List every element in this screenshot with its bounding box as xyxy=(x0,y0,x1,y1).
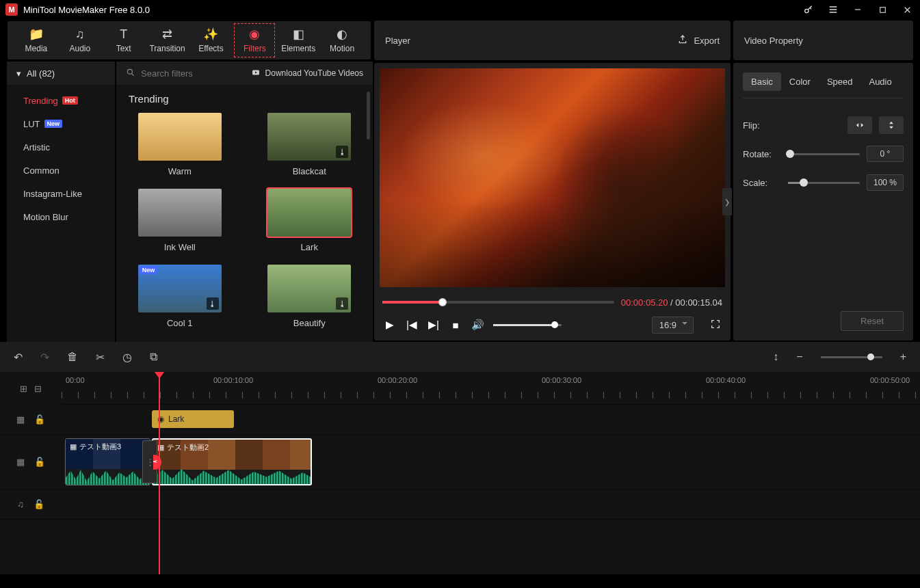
download-icon[interactable]: ⭳ xyxy=(336,146,348,158)
video-clip-1[interactable]: ▦テスト動画3 xyxy=(65,438,150,485)
split-button[interactable]: ✂ xyxy=(96,351,105,364)
scale-slider[interactable] xyxy=(788,182,860,184)
tab-motion[interactable]: ◐Motion xyxy=(320,21,364,59)
undo-button[interactable]: ↶ xyxy=(14,351,23,364)
flip-label: Flip: xyxy=(743,120,781,131)
svg-rect-1 xyxy=(880,7,885,12)
lock-icon[interactable]: 🔓 xyxy=(34,499,44,509)
key-icon[interactable] xyxy=(801,2,816,17)
filter-cool1[interactable]: New⭳Cool 1 xyxy=(129,265,231,328)
download-icon[interactable]: ⭳ xyxy=(207,297,219,310)
video-clip-2[interactable]: ✂ ▦テスト動画2 xyxy=(152,438,312,485)
filter-inkwell[interactable]: Ink Well xyxy=(129,189,231,252)
music-icon: ♫ xyxy=(75,27,85,41)
playhead[interactable] xyxy=(159,372,160,574)
tab-media[interactable]: 📁Media xyxy=(14,21,58,59)
scrollbar-thumb[interactable] xyxy=(367,92,370,139)
filter-lark[interactable]: Lark xyxy=(259,189,361,252)
video-track[interactable]: ▦テスト動画3 ⋮ ✂ ▦テスト動画2 xyxy=(62,435,920,490)
flip-horizontal-button[interactable] xyxy=(847,116,872,134)
download-icon[interactable]: ⭳ xyxy=(336,297,348,310)
hamburger-icon[interactable] xyxy=(826,2,841,17)
volume-slider[interactable] xyxy=(493,324,562,326)
effect-track[interactable]: ◉ Lark xyxy=(62,405,920,435)
fullscreen-button[interactable] xyxy=(710,319,721,332)
property-header: Video Property xyxy=(733,21,913,60)
track-head-effect[interactable]: ▦🔓 xyxy=(0,405,62,435)
category-artistic[interactable]: Artistic xyxy=(7,135,115,159)
prop-tab-color[interactable]: Color xyxy=(781,72,819,91)
volume-icon[interactable]: 🔊 xyxy=(471,319,484,331)
export-icon xyxy=(677,34,688,47)
zoom-in-button[interactable]: + xyxy=(900,351,906,363)
search-filters[interactable] xyxy=(126,68,223,79)
time-ruler[interactable]: 00:00 00:00:10:00 00:00:20:00 00:00:30:0… xyxy=(62,372,920,405)
export-button[interactable]: Export xyxy=(677,34,720,47)
add-track-button[interactable]: ⊞ xyxy=(20,384,27,394)
zoom-slider[interactable] xyxy=(821,356,882,358)
flip-vertical-button[interactable] xyxy=(879,116,904,134)
aspect-ratio-select[interactable]: 16:9 xyxy=(652,317,694,334)
category-common[interactable]: Common xyxy=(7,159,115,182)
filter-beautify[interactable]: ⭳Beautify xyxy=(259,265,361,328)
redo-button[interactable]: ↷ xyxy=(40,351,49,364)
motion-icon: ◐ xyxy=(337,27,347,41)
badge-hot: Hot xyxy=(62,96,78,105)
rotate-value[interactable]: 0 ° xyxy=(867,146,904,162)
category-trending[interactable]: TrendingHot xyxy=(7,89,115,112)
tab-elements[interactable]: ◧Elements xyxy=(276,21,320,59)
minimize-icon[interactable] xyxy=(850,2,865,17)
tab-effects[interactable]: ✨Effects xyxy=(189,21,233,59)
download-youtube-link[interactable]: Download YouTube Videos xyxy=(250,68,363,79)
prop-tab-basic[interactable]: Basic xyxy=(743,72,781,91)
prev-frame-button[interactable]: |◀ xyxy=(406,319,418,331)
filters-icon: ◉ xyxy=(249,27,260,41)
reset-button[interactable]: Reset xyxy=(841,311,904,331)
rotate-slider[interactable] xyxy=(788,153,860,155)
close-icon[interactable] xyxy=(899,2,915,17)
tab-filters[interactable]: ◉Filters xyxy=(233,21,276,59)
lock-icon[interactable]: 🔓 xyxy=(34,457,45,467)
text-icon: T xyxy=(120,27,127,41)
next-frame-button[interactable]: ▶| xyxy=(428,319,440,331)
category-lut[interactable]: LUTNew xyxy=(7,112,115,135)
category-instagram[interactable]: Instagram-Like xyxy=(7,182,115,205)
remove-track-button[interactable]: ⊟ xyxy=(34,384,42,394)
panel-expand-toggle[interactable]: ❯ xyxy=(722,188,732,215)
search-icon xyxy=(126,68,135,79)
scale-value[interactable]: 100 % xyxy=(867,174,904,191)
filter-blackcat[interactable]: ⭳Blackcat xyxy=(259,113,361,176)
lock-icon[interactable]: 🔓 xyxy=(34,414,45,425)
property-title: Video Property xyxy=(744,36,803,46)
chevron-down-icon: ▾ xyxy=(16,68,21,79)
prop-tab-speed[interactable]: Speed xyxy=(819,72,861,91)
zoom-out-button[interactable]: − xyxy=(796,351,802,363)
player-panel: ❯ 00:00:05.20 / 00:00:15.04 ▶ |◀ ▶| ■ 🔊 … xyxy=(374,63,731,340)
play-button[interactable]: ▶ xyxy=(384,319,396,331)
maximize-icon[interactable] xyxy=(875,2,890,17)
delete-button[interactable]: 🗑 xyxy=(67,351,78,363)
audio-track[interactable] xyxy=(62,490,920,520)
filter-warm[interactable]: Warm xyxy=(129,113,231,176)
tab-text[interactable]: TText xyxy=(102,21,146,59)
empty-track[interactable] xyxy=(62,520,920,550)
filter-clip[interactable]: ◉ Lark xyxy=(152,410,234,428)
category-motionblur[interactable]: Motion Blur xyxy=(7,205,115,228)
film-icon: ▦ xyxy=(70,442,77,451)
stop-button[interactable]: ■ xyxy=(449,319,462,331)
seek-slider[interactable] xyxy=(382,301,614,304)
effects-icon: ✨ xyxy=(203,27,218,41)
tab-transition[interactable]: ⇄Transition xyxy=(146,21,189,59)
timecode: 00:00:05.20 / 00:00:15.04 xyxy=(621,297,722,308)
prop-tab-audio[interactable]: Audio xyxy=(860,72,899,91)
fit-button[interactable]: ↕ xyxy=(773,351,778,363)
tab-audio[interactable]: ♫Audio xyxy=(58,21,102,59)
video-preview[interactable] xyxy=(380,68,725,287)
track-head-video[interactable]: ▦🔓 xyxy=(0,435,62,490)
speed-button[interactable]: ◷ xyxy=(122,351,132,364)
category-all[interactable]: ▾ All (82) xyxy=(7,62,115,85)
search-input[interactable] xyxy=(141,68,223,79)
main-tabs: 📁Media ♫Audio TText ⇄Transition ✨Effects… xyxy=(7,21,371,60)
track-head-audio[interactable]: ♫🔓 xyxy=(0,490,62,520)
crop-button[interactable]: ⧉ xyxy=(150,351,157,363)
